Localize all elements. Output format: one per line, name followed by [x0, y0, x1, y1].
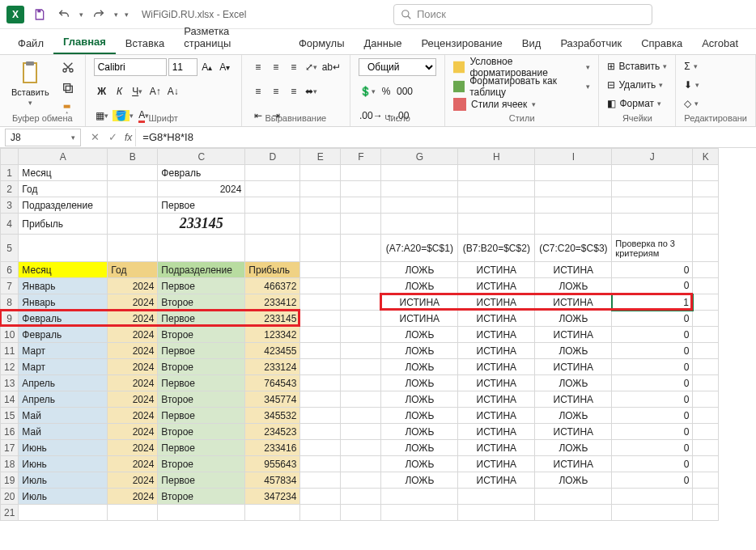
- row-header[interactable]: 14: [1, 391, 19, 408]
- menu-вид[interactable]: Вид: [512, 32, 551, 54]
- redo-dropdown[interactable]: ▾: [114, 11, 118, 19]
- row-header[interactable]: 16: [1, 424, 19, 440]
- cell[interactable]: Второе: [158, 391, 245, 408]
- cell[interactable]: 347234: [245, 489, 300, 505]
- cell[interactable]: 233412: [245, 294, 300, 311]
- cell[interactable]: ЛОЖЬ: [381, 375, 458, 391]
- search-input[interactable]: Поиск: [393, 4, 652, 25]
- font-decrease-alt[interactable]: A↓: [165, 82, 181, 100]
- row-header[interactable]: 9: [1, 311, 19, 327]
- cell[interactable]: ИСТИНА: [535, 424, 612, 440]
- cell[interactable]: Второе: [158, 456, 245, 472]
- menu-разработчик[interactable]: Разработчик: [550, 32, 631, 54]
- format-cells-button[interactable]: ◧ Формат ▾: [607, 95, 661, 112]
- menu-справка[interactable]: Справка: [631, 32, 692, 54]
- cell[interactable]: Проверка по 3 критериям: [612, 235, 693, 262]
- conditional-formatting-button[interactable]: Условное форматирование▾: [453, 58, 590, 76]
- cell[interactable]: Февраль: [19, 327, 108, 343]
- cell[interactable]: ИСТИНА: [458, 375, 535, 391]
- cell[interactable]: Месяц: [19, 165, 108, 181]
- cell[interactable]: 0: [612, 262, 693, 278]
- align-left-icon[interactable]: ≡: [250, 82, 266, 100]
- menu-главная[interactable]: Главная: [53, 31, 116, 54]
- menu-рецензирование[interactable]: Рецензирование: [411, 32, 512, 54]
- cell[interactable]: 0: [612, 391, 693, 408]
- align-middle-icon[interactable]: ≡: [268, 58, 284, 76]
- cell[interactable]: 423455: [245, 343, 300, 359]
- cell[interactable]: ИСТИНА: [381, 294, 458, 311]
- cell[interactable]: Апрель: [19, 375, 108, 391]
- cell[interactable]: 764543: [245, 375, 300, 391]
- col-header[interactable]: D: [245, 149, 300, 165]
- qat-customize[interactable]: ▾: [125, 11, 129, 19]
- cell[interactable]: Июнь: [19, 440, 108, 456]
- cell[interactable]: Первое: [158, 440, 245, 456]
- col-header[interactable]: H: [458, 149, 535, 165]
- cell[interactable]: Второе: [158, 489, 245, 505]
- percent-icon[interactable]: %: [378, 82, 394, 100]
- cell[interactable]: 2024: [108, 424, 158, 440]
- fx-icon[interactable]: fx: [121, 132, 135, 143]
- paste-button[interactable]: Вставить ▾: [8, 58, 53, 108]
- cell[interactable]: 955643: [245, 456, 300, 472]
- cell[interactable]: Первое: [158, 343, 245, 359]
- clear-icon[interactable]: ◇ ▾: [684, 95, 699, 112]
- cell[interactable]: Второе: [158, 359, 245, 375]
- cell[interactable]: Январь: [19, 278, 108, 294]
- cell[interactable]: Май: [19, 408, 108, 424]
- currency-icon[interactable]: 💲▾: [359, 82, 376, 100]
- cell[interactable]: 233145: [245, 311, 300, 327]
- cell[interactable]: ЛОЖЬ: [381, 408, 458, 424]
- cell[interactable]: Второе: [158, 327, 245, 343]
- bold-button[interactable]: Ж: [94, 82, 110, 100]
- cell[interactable]: 233124: [245, 359, 300, 375]
- cell[interactable]: 2024: [108, 375, 158, 391]
- cell[interactable]: 0: [612, 359, 693, 375]
- spreadsheet-grid[interactable]: A B C D E F G H I J K 1МесяцФевраль 2Год…: [0, 148, 756, 521]
- cell[interactable]: Год: [19, 181, 108, 197]
- autosum-icon[interactable]: Σ ▾: [684, 58, 697, 75]
- cell[interactable]: ЛОЖЬ: [381, 343, 458, 359]
- cell[interactable]: 0: [612, 424, 693, 440]
- row-header[interactable]: 5: [1, 235, 19, 262]
- row-header[interactable]: 1: [1, 165, 19, 181]
- cell[interactable]: ЛОЖЬ: [381, 391, 458, 408]
- cell[interactable]: ИСТИНА: [381, 311, 458, 327]
- cell[interactable]: 0: [612, 456, 693, 472]
- cell[interactable]: Март: [19, 343, 108, 359]
- table-header[interactable]: Подразделение: [158, 262, 245, 278]
- cell[interactable]: ИСТИНА: [535, 391, 612, 408]
- row-header[interactable]: 15: [1, 408, 19, 424]
- cell-styles-button[interactable]: Стили ячеек▾: [453, 97, 536, 112]
- cell[interactable]: ЛОЖЬ: [535, 440, 612, 456]
- menu-acrobat[interactable]: Acrobat: [692, 32, 748, 54]
- row-header[interactable]: 2: [1, 181, 19, 197]
- cell[interactable]: 2024: [108, 456, 158, 472]
- cell[interactable]: 2024: [108, 359, 158, 375]
- enter-icon[interactable]: ✓: [104, 129, 121, 146]
- cell[interactable]: Первое: [158, 311, 245, 327]
- cell[interactable]: 466372: [245, 278, 300, 294]
- cell[interactable]: 233416: [245, 440, 300, 456]
- cell[interactable]: 2024: [108, 278, 158, 294]
- row-header[interactable]: 7: [1, 278, 19, 294]
- copy-icon[interactable]: [59, 79, 77, 97]
- orientation-icon[interactable]: ⤢▾: [304, 58, 320, 76]
- format-as-table-button[interactable]: Форматировать как таблицу▾: [453, 78, 590, 95]
- cell[interactable]: ИСТИНА: [458, 311, 535, 327]
- cell[interactable]: Подразделение: [19, 197, 108, 214]
- cell[interactable]: Январь: [19, 294, 108, 311]
- table-header[interactable]: Год: [108, 262, 158, 278]
- underline-button[interactable]: Ч▾: [130, 82, 146, 100]
- cell[interactable]: 2024: [108, 440, 158, 456]
- cell[interactable]: 2024: [108, 391, 158, 408]
- cell[interactable]: ЛОЖЬ: [381, 456, 458, 472]
- cell[interactable]: 0: [612, 375, 693, 391]
- row-header[interactable]: 18: [1, 456, 19, 472]
- decrease-font-icon[interactable]: A▾: [217, 58, 233, 76]
- cell[interactable]: ЛОЖЬ: [535, 311, 612, 327]
- cell[interactable]: ИСТИНА: [535, 262, 612, 278]
- col-header[interactable]: I: [535, 149, 612, 165]
- fill-icon[interactable]: ⬇ ▾: [684, 77, 699, 94]
- cell[interactable]: 2024: [108, 343, 158, 359]
